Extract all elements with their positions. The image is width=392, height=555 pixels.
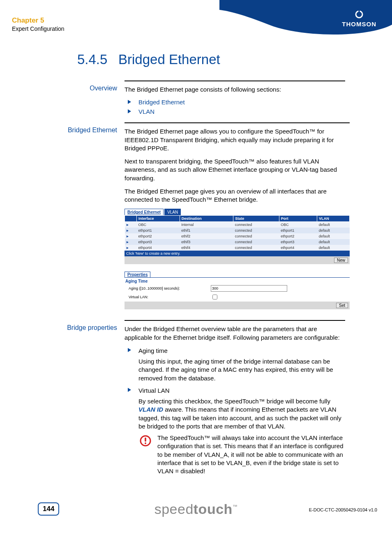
prop-item-title: Aging time <box>138 347 345 355</box>
cell-state: connected <box>233 222 279 228</box>
cell-interface: ethport2 <box>137 233 180 239</box>
logo-b: touch <box>194 501 233 517</box>
overview-item[interactable]: Bridged Ethernet <box>138 99 185 106</box>
prop-item-body: Using this input, the aging timer of the… <box>138 357 345 382</box>
cell-destination: ethif2 <box>180 233 233 239</box>
bridged-p2: Next to transparent bridging, the SpeedT… <box>125 157 350 182</box>
cell-vlan: default <box>317 245 350 251</box>
tab-properties[interactable]: Properties <box>125 272 150 277</box>
bridged-p1: The Bridged Ethernet page allows you to … <box>125 127 350 152</box>
cell-state: connected <box>233 233 279 239</box>
warning-icon <box>139 435 152 447</box>
row-arrow-icon: ▸ <box>125 239 137 245</box>
overview-item[interactable]: VLAN <box>138 108 154 115</box>
bridged-p3: The Bridged Ethernet page gives you an o… <box>125 187 350 204</box>
vlan-id-term: VLAN ID <box>138 406 163 413</box>
cell-interface: ethport3 <box>137 239 180 245</box>
cell-port: ethport2 <box>279 233 317 239</box>
prop-item-title: Virtual LAN <box>138 387 345 395</box>
cell-port: OBC <box>279 222 317 228</box>
bullet-triangle-icon <box>128 348 131 352</box>
divider <box>125 122 350 123</box>
row-arrow-icon: ▸ <box>125 233 137 239</box>
bullet-triangle-icon <box>128 388 131 392</box>
cell-state: connected <box>233 245 279 251</box>
warning-text: The SpeedTouch™ will always take into ac… <box>157 434 345 475</box>
bullet-triangle-icon <box>128 109 131 113</box>
cell-vlan: default <box>317 222 350 228</box>
aging-time-heading: Aging Time <box>125 277 350 284</box>
divider <box>125 320 345 321</box>
vlan-body-post: aware. This means that if incoming Ether… <box>138 406 341 430</box>
cell-destination: ethif3 <box>180 239 233 245</box>
table-row[interactable]: ▸OBCInternalconnectedOBCdefault <box>125 222 350 228</box>
col-destination: Destination <box>180 216 233 222</box>
overview-intro: The Bridged Ethernet page consists of fo… <box>125 85 345 94</box>
chapter-subtitle: Expert Configuration <box>12 25 65 32</box>
cell-port: ethport3 <box>279 239 317 245</box>
svg-rect-1 <box>359 10 360 14</box>
row-arrow-icon: ▸ <box>125 245 137 251</box>
chapter-label: Chapter 5 <box>12 16 44 25</box>
tab-bridged-ethernet[interactable]: Bridged Ethernet <box>125 209 164 215</box>
table-row[interactable]: ▸ethport1ethif1connectedethport1default <box>125 228 350 233</box>
cell-interface: OBC <box>137 222 180 228</box>
logo-a: speed <box>154 501 194 517</box>
col-interface: Interface <box>137 216 180 222</box>
cell-vlan: default <box>317 233 350 239</box>
row-arrow-icon: ▸ <box>125 222 137 228</box>
brand-text: THOMSON <box>342 21 376 28</box>
aging-input[interactable] <box>211 285 287 292</box>
prop-item-body-vlan: By selecting this checkbox, the SpeedTou… <box>138 397 345 431</box>
table-row[interactable]: ▸ethport2ethif2connectedethport2default <box>125 233 350 239</box>
vlan-body-pre: By selecting this checkbox, the SpeedTou… <box>138 398 330 405</box>
bridged-ethernet-label: Bridged Ethernet <box>53 120 125 134</box>
thomson-logo: THOMSON <box>342 10 376 28</box>
table-row[interactable]: ▸ethport4ethif4connectedethport4default <box>125 245 350 251</box>
bridge-properties-label: Bridge properties <box>53 318 125 332</box>
cell-interface: ethport4 <box>137 245 180 251</box>
divider <box>125 81 345 81</box>
cell-vlan: default <box>317 228 350 233</box>
set-button[interactable]: Set <box>336 303 348 308</box>
svg-rect-3 <box>145 438 146 442</box>
logo-tm: ™ <box>233 504 238 509</box>
cell-destination: ethif4 <box>180 245 233 251</box>
virtual-lan-label: Virtual LAN: <box>125 295 211 299</box>
cell-vlan: default <box>317 239 350 245</box>
interface-table: Interface Destination State Port VLAN ▸O… <box>125 215 350 251</box>
hint-bar: Click 'New' to create a new entry. <box>125 251 350 256</box>
tab-vlan[interactable]: VLAN <box>164 209 181 215</box>
cell-state: connected <box>233 239 279 245</box>
col-state: State <box>233 216 279 222</box>
col-vlan: VLAN <box>317 216 350 222</box>
virtual-lan-checkbox[interactable] <box>212 295 217 299</box>
document-id: E-DOC-CTC-20050429-0104 v1.0 <box>309 507 377 512</box>
aging-label: Aging ([10..1000000] seconds): <box>125 286 211 290</box>
cell-destination: ethif1 <box>180 228 233 233</box>
bridged-ethernet-ui: Bridged Ethernet VLAN Interface Destinat… <box>125 209 350 309</box>
cell-destination: Internal <box>180 222 233 228</box>
col-blank <box>125 216 137 222</box>
properties-intro: Under the Bridged Ethernet overview tabl… <box>125 325 345 342</box>
overview-label: Overview <box>53 78 125 92</box>
new-button[interactable]: New <box>334 258 348 263</box>
cell-state: connected <box>233 228 279 233</box>
cell-interface: ethport1 <box>137 228 180 233</box>
svg-point-4 <box>145 442 146 444</box>
section-title: Bridged Ethernet <box>118 52 220 67</box>
bullet-triangle-icon <box>128 100 131 104</box>
row-arrow-icon: ▸ <box>125 228 137 233</box>
col-port: Port <box>279 216 317 222</box>
cell-port: ethport4 <box>279 245 317 251</box>
table-row[interactable]: ▸ethport3ethif3connectedethport3default <box>125 239 350 245</box>
section-number: 5.4.5 <box>77 52 107 67</box>
cell-port: ethport1 <box>279 228 317 233</box>
